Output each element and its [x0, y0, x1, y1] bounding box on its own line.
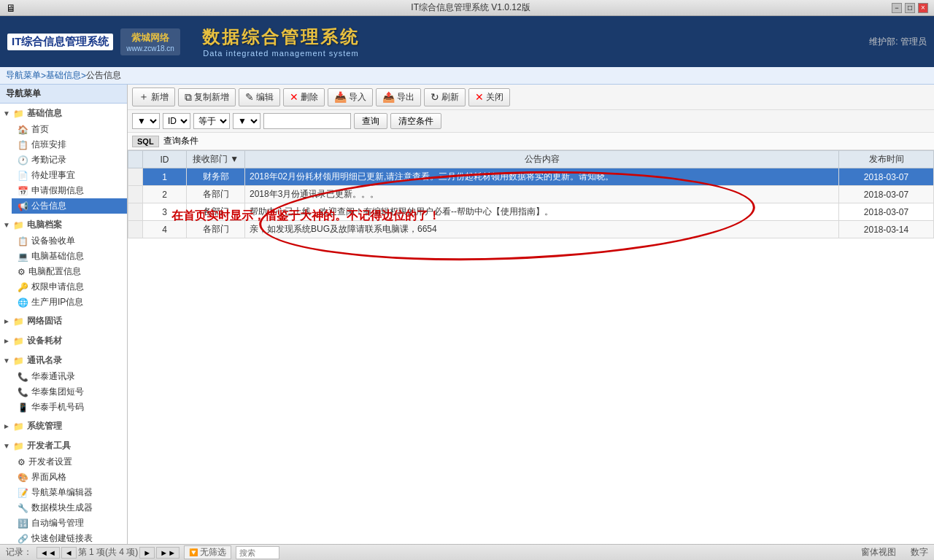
sidebar-group-network: ► 📁 网络固话 — [0, 311, 127, 331]
field-select[interactable]: ▼ — [132, 113, 160, 129]
sidebar: 导航菜单 ▼ 📁 基础信息 🏠 首页 📋 信班安排 — [0, 85, 128, 544]
nav-last-button[interactable]: ►► — [156, 547, 180, 559]
sidebar-label-nav-editor: 导航菜单编辑器 — [31, 486, 93, 499]
delete-button[interactable]: ✕ 删除 — [283, 88, 325, 106]
query-button[interactable]: 查询 — [354, 113, 387, 129]
cell-id: 4 — [143, 221, 187, 238]
sidebar-group-devtools-header[interactable]: ▼ 📁 开发者工具 — [0, 438, 127, 454]
sidebar-item-home[interactable]: 🏠 首页 — [12, 122, 127, 137]
th-content[interactable]: 公告内容 — [245, 151, 839, 168]
todo-icon: 📄 — [18, 171, 28, 181]
ht-contacts-icon: 📞 — [18, 372, 28, 382]
sidebar-label-devtools: 开发者工具 — [27, 440, 71, 452]
sidebar-group-contacts-header[interactable]: ▼ 📁 通讯名录 — [0, 352, 127, 369]
add-icon: ＋ — [139, 90, 149, 104]
table-row[interactable]: 1财务部2018年02月份耗材领用明细已更新,请注意查看。三月份起耗材领用数据将… — [128, 168, 934, 186]
number-label: 数字 — [911, 546, 928, 559]
sidebar-item-announcement[interactable]: 📢 公告信息 — [12, 198, 127, 214]
add-button[interactable]: ＋ 新增 — [132, 88, 175, 106]
close-page-label: 关闭 — [486, 91, 503, 104]
ip-icon: 🌐 — [18, 298, 28, 308]
cell-id: 3 — [143, 203, 187, 221]
sidebar-item-todo[interactable]: 📄 待处理事宜 — [12, 168, 127, 183]
sidebar-item-pc-config[interactable]: ⚙ 电脑配置信息 — [12, 264, 127, 279]
sidebar-item-leave[interactable]: 📅 申请假期信息 — [12, 183, 127, 198]
sidebar-item-ip[interactable]: 🌐 生产用IP信息 — [12, 295, 127, 310]
import-button[interactable]: 📥 导入 — [328, 88, 373, 106]
ht-mobile-icon: 📱 — [18, 402, 28, 413]
folder-icon-sysadmin: 📁 — [13, 421, 24, 432]
sidebar-item-nav-editor[interactable]: 📝 导航菜单编辑器 — [12, 485, 127, 500]
attendance-icon: 🕐 — [18, 155, 28, 166]
sidebar-group-contacts: ▼ 📁 通讯名录 📞 华泰通讯录 📞 华泰集团短号 📱 华泰手 — [0, 351, 127, 416]
nav-prev-button[interactable]: ◄ — [61, 547, 77, 559]
edit-button[interactable]: ✎ 编辑 — [239, 88, 280, 106]
dev-settings-icon: ⚙ — [18, 457, 26, 467]
status-nav[interactable]: ◄◄ ◄ 第 1 项(共 4 项) ► ►► — [36, 546, 180, 559]
table-row[interactable]: 3各部门帮助中心已上线，欢迎查阅！有编辑权限的用户必看--帮助中心【使用指南】。… — [128, 203, 934, 221]
query-condition-label: 查询条件 — [163, 135, 198, 147]
cell-id: 1 — [143, 168, 187, 186]
sidebar-group-basic: ▼ 📁 基础信息 🏠 首页 📋 信班安排 🕐 考勤记录 — [0, 104, 127, 215]
th-dept[interactable]: 接收部门 ▼ — [187, 151, 245, 168]
breadcrumb-nav[interactable]: 导航菜单 — [6, 69, 41, 82]
table-row[interactable]: 4各部门亲，如发现系统BUG及故障请联系电脑课，66542018-03-14 — [128, 221, 934, 238]
folder-icon-computer: 📁 — [13, 220, 24, 230]
refresh-button[interactable]: ↻ 刷新 — [424, 88, 466, 106]
sidebar-item-auto-num[interactable]: 🔢 自动编号管理 — [12, 516, 127, 531]
field-name-select[interactable]: ID — [163, 113, 190, 129]
sidebar-group-computer-header[interactable]: ▼ 📁 电脑档案 — [0, 217, 127, 233]
filter-value-input[interactable] — [263, 113, 351, 129]
sidebar-item-pc-info[interactable]: 💻 电脑基础信息 — [12, 249, 127, 264]
folder-icon-contacts: 📁 — [13, 356, 24, 366]
search-input[interactable] — [236, 546, 279, 559]
sidebar-item-schedule[interactable]: 📋 信班安排 — [12, 137, 127, 152]
brand-main: 数据综合管理系统 — [202, 26, 360, 49]
sidebar-item-ht-mobile[interactable]: 📱 华泰手机号码 — [12, 400, 127, 415]
device-accept-icon: 📋 — [18, 236, 28, 246]
cell-content: 帮助中心已上线，欢迎查阅！有编辑权限的用户必看--帮助中心【使用指南】。 — [245, 203, 839, 221]
nav-first-button[interactable]: ◄◄ — [36, 547, 60, 559]
sidebar-item-attendance[interactable]: 🕐 考勤记录 — [12, 152, 127, 168]
cell-dept: 财务部 — [187, 168, 245, 186]
sql-badge: SQL — [132, 136, 159, 147]
sidebar-item-permission[interactable]: 🔑 权限申请信息 — [12, 279, 127, 295]
close-button[interactable]: × — [918, 3, 928, 13]
sidebar-item-dev-settings[interactable]: ⚙ 开发者设置 — [12, 454, 127, 470]
data-table-container: 在首页实时显示，借鉴于大神的。不记得边位的了！ ID 接收部门 ▼ 公告内容 发… — [128, 150, 934, 544]
sidebar-item-ht-short[interactable]: 📞 华泰集团短号 — [12, 384, 127, 400]
th-date[interactable]: 发布时间 — [839, 151, 934, 168]
close-page-button[interactable]: ✕ 关闭 — [468, 88, 510, 106]
sidebar-item-ht-contacts[interactable]: 📞 华泰通讯录 — [12, 369, 127, 384]
ui-style-icon: 🎨 — [18, 472, 28, 483]
data-gen-icon: 🔧 — [18, 503, 28, 513]
sidebar-group-basic-header[interactable]: ▼ 📁 基础信息 — [0, 105, 127, 122]
sidebar-item-device-accept[interactable]: 📋 设备验收单 — [12, 233, 127, 249]
sidebar-item-ui-style[interactable]: 🎨 界面风格 — [12, 470, 127, 485]
row-number — [128, 186, 143, 203]
company-url: www.zcw18.cn — [126, 44, 174, 52]
sidebar-label-permission: 权限申请信息 — [31, 281, 84, 293]
table-body: 1财务部2018年02月份耗材领用明细已更新,请注意查看。三月份起耗材领用数据将… — [128, 168, 934, 238]
value-select[interactable]: ▼ — [233, 113, 260, 129]
sidebar-label-device-accept: 设备验收单 — [31, 235, 75, 247]
cell-dept: 各部门 — [187, 221, 245, 238]
nav-next-button[interactable]: ► — [139, 547, 155, 559]
clear-filter-button[interactable]: 清空条件 — [390, 113, 441, 129]
maximize-button[interactable]: □ — [905, 3, 915, 13]
condition-select[interactable]: 等于 — [193, 113, 230, 129]
sidebar-item-quick-link[interactable]: 🔗 快速创建链接表 — [12, 531, 127, 544]
sidebar-children-devtools: ⚙ 开发者设置 🎨 界面风格 📝 导航菜单编辑器 🔧 数据模块生成器 — [0, 454, 127, 544]
minimize-button[interactable]: － — [892, 3, 902, 13]
sidebar-group-supplies-header[interactable]: ► 📁 设备耗材 — [0, 332, 127, 349]
sidebar-group-network-header[interactable]: ► 📁 网络固话 — [0, 313, 127, 330]
sidebar-group-sysadmin-header[interactable]: ► 📁 系统管理 — [0, 418, 127, 435]
sidebar-group-devtools: ▼ 📁 开发者工具 ⚙ 开发者设置 🎨 界面风格 📝 导航菜单编 — [0, 436, 127, 544]
copy-add-button[interactable]: ⧉ 复制新增 — [178, 88, 236, 106]
export-button[interactable]: 📤 导出 — [376, 88, 421, 106]
window-controls[interactable]: － □ × — [892, 3, 928, 13]
th-id[interactable]: ID — [143, 151, 187, 168]
table-row[interactable]: 2各部门2018年3月份通讯录已更新。。。2018-03-07 — [128, 186, 934, 203]
breadcrumb-section[interactable]: 基础信息 — [46, 69, 81, 82]
sidebar-item-data-gen[interactable]: 🔧 数据模块生成器 — [12, 500, 127, 516]
